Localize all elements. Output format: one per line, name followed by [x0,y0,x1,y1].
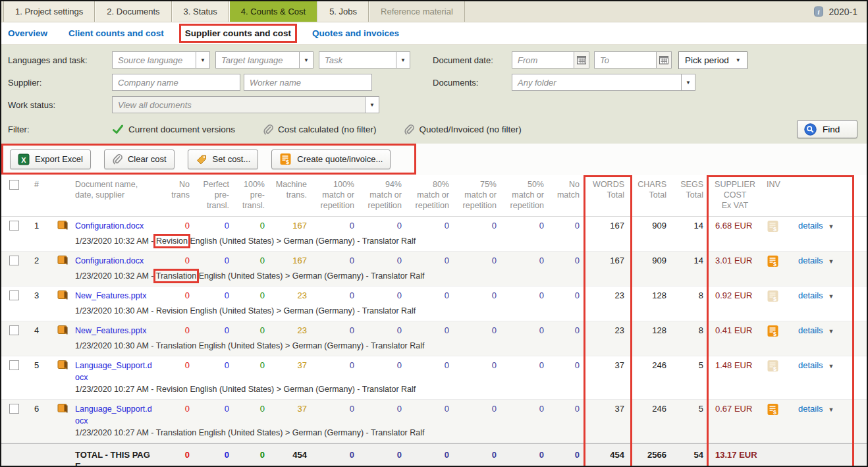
chevron-down-icon[interactable]: ▼ [828,363,834,370]
total-count-value: 0 [158,449,195,460]
sub-tab-quotes-and-invoices[interactable]: Quotes and invoices [312,28,399,38]
supplier-label: Supplier: [8,78,112,88]
count-value: 0 [502,220,549,231]
filter-toggle-2[interactable]: Cost calculated (no filter) [263,124,376,135]
document-name-link[interactable]: New_Features.pptx [75,291,146,300]
select-all-checkbox[interactable] [9,180,19,190]
source-language-select[interactable]: Source language [112,51,196,69]
source-language-dropdown-button[interactable]: ▼ [196,51,210,69]
segs-total-value: 14 [672,255,709,266]
export-excel-button[interactable]: XExport Excel [10,150,91,169]
date-from-calendar-button[interactable] [574,51,589,69]
filter-toggle-1[interactable]: Current document versions [112,124,235,134]
details-link[interactable]: details [798,290,823,300]
document-name-link[interactable]: Language_Support.docx [75,404,152,426]
main-tab-4[interactable]: 4. Counts & Cost [229,1,317,22]
main-tab-1[interactable]: 1. Project settings [3,1,95,22]
details-link[interactable]: details [798,360,823,370]
supplier-cost-value: 6.68 EUR [709,220,761,231]
row-checkbox[interactable] [9,360,19,370]
count-value: 0 [195,325,234,336]
sub-tab-overview[interactable]: Overview [8,28,47,38]
row-checkbox[interactable] [9,325,19,335]
count-value: 0 [407,220,454,231]
count-value: 0 [312,360,360,371]
table-row: 6Language_Support.docx000370000003724650… [1,400,867,443]
document-date-label: Document date: [433,55,512,65]
count-value: 0 [502,325,549,336]
check-icon [112,124,124,134]
header-words-total: WORDS Total [585,179,630,200]
find-button[interactable]: Find [797,120,857,138]
count-value: 0 [158,220,195,231]
document-name-link[interactable]: New_Features.pptx [75,326,146,335]
invoice-icon[interactable]: $ [767,325,779,337]
row-checkbox[interactable] [9,221,19,231]
row-number: 5 [25,360,51,371]
info-icon: i [813,6,824,17]
date-to-input[interactable] [594,51,657,69]
details-link[interactable]: details [798,256,823,265]
row-number: 3 [25,290,51,301]
documents-folder-select[interactable]: Any folder [512,74,682,91]
document-subtitle: 1/23/2020 10:27 AM - Revision English (U… [75,384,867,399]
chevron-down-icon[interactable]: ▼ [828,328,834,335]
count-value: 0 [454,220,502,231]
date-from-input[interactable] [512,51,574,69]
main-tab-6: Reference material [369,1,465,22]
count-value: 0 [195,220,234,231]
row-checkbox[interactable] [9,256,19,265]
document-icon [57,220,68,231]
main-tab-bar: 1. Project settings2. Documents3. Status… [1,1,867,22]
header-count-5: 94% match or repetition [360,179,407,211]
worker-name-input[interactable] [244,74,372,91]
chevron-down-icon[interactable]: ▼ [828,406,834,413]
documents-dropdown-button[interactable]: ▼ [681,74,695,91]
document-name-link[interactable]: Language_Support.docx [75,361,152,382]
row-checkbox[interactable] [9,404,19,414]
chevron-down-icon: ▼ [736,57,741,63]
pick-period-button[interactable]: Pick period▼ [678,51,747,69]
task-annotation-box: Translation [156,271,196,281]
header-inv: INV [761,179,794,190]
set-cost-button[interactable]: Set cost... [188,150,259,169]
chevron-down-icon[interactable]: ▼ [828,223,834,230]
company-name-input[interactable] [112,74,240,91]
document-name-link[interactable]: Configuration.docx [75,256,144,265]
sub-tab-supplier-counts-and-cost[interactable]: Supplier counts and cost [185,28,291,38]
task-select[interactable]: Task [319,51,396,69]
segs-total-value: 14 [672,220,709,231]
details-link[interactable]: details [798,325,823,335]
count-value: 0 [158,255,195,266]
details-link[interactable]: details [798,221,823,231]
target-language-select[interactable]: Target language [215,51,300,69]
document-subtitle: 1/23/2020 10:30 AM - Revision English (U… [75,306,867,321]
details-link[interactable]: details [798,404,823,414]
sub-tab-client-counts-and-cost[interactable]: Client counts and cost [68,28,164,38]
row-number: 1 [25,220,51,231]
chevron-down-icon[interactable]: ▼ [828,258,834,265]
filter-toggle-3[interactable]: Quoted/Invoiced (no filter) [404,124,521,135]
table-row: 1Configuration.docx000167000000167909146… [1,217,867,252]
work-status-dropdown-button[interactable]: ▼ [365,96,379,113]
total-segs: 54 [672,449,709,460]
work-status-select[interactable]: View all documents [112,96,366,113]
excel-icon: X [18,153,30,165]
clear-cost-button[interactable]: Clear cost [104,150,175,169]
document-name-link[interactable]: Configuration.docx [75,221,144,231]
target-language-dropdown-button[interactable]: ▼ [299,51,313,69]
main-tab-3[interactable]: 3. Status [172,1,229,22]
row-checkbox[interactable] [9,290,19,300]
invoice-icon[interactable]: $ [767,403,779,416]
date-to-calendar-button[interactable] [656,51,672,69]
count-value: 0 [195,255,234,266]
count-value: 0 [549,290,585,301]
project-id-badge: 2020-1 [828,7,857,17]
svg-text:$: $ [773,296,776,302]
main-tab-2[interactable]: 2. Documents [95,1,171,22]
chevron-down-icon[interactable]: ▼ [828,293,834,300]
invoice-icon[interactable]: $ [767,255,779,267]
create-quote-invoice-button[interactable]: $Create quote/invoice... [271,150,391,169]
main-tab-5[interactable]: 5. Jobs [317,1,369,22]
task-dropdown-button[interactable]: ▼ [396,51,410,69]
